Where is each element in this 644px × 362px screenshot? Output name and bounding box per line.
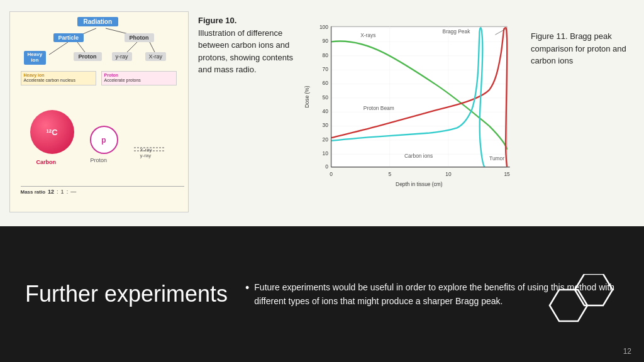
particle-label: Particle xyxy=(53,33,84,42)
figure10-caption: Figure 10. Illustration of difference be… xyxy=(195,11,296,76)
svg-text:10: 10 xyxy=(445,171,452,177)
carbon-bottom-label: Carbon xyxy=(36,159,57,165)
radiation-diagram: Radiation Particle Photon Heavyion Proto… xyxy=(14,16,184,198)
svg-text:80: 80 xyxy=(323,52,329,58)
proton-atom: p xyxy=(90,126,118,154)
svg-text:Bragg Peak: Bragg Peak xyxy=(443,28,471,35)
svg-text:90: 90 xyxy=(323,38,329,44)
figure11-caption: Figure 11. Bragg peak comparison for pro… xyxy=(531,11,631,67)
bragg-chart: 100 90 80 70 60 50 40 30 20 10 0 xyxy=(302,11,525,200)
bragg-chart-svg: 100 90 80 70 60 50 40 30 20 10 0 xyxy=(302,11,525,200)
proton-sub: Proton Accelerate protons xyxy=(101,71,177,85)
mass-ratio-bar: Mass ratio 12 : 1 : — xyxy=(21,186,184,195)
svg-text:Proton Beam: Proton Beam xyxy=(364,105,394,111)
svg-text:30: 30 xyxy=(323,122,329,128)
bullet-dot: • xyxy=(245,279,249,309)
svg-text:60: 60 xyxy=(323,80,329,86)
proton-small-label: Proton xyxy=(74,52,102,61)
hexagon-svg xyxy=(543,274,619,337)
carbon-atom: ¹²C xyxy=(30,110,74,154)
svg-text:20: 20 xyxy=(323,136,329,143)
figure10-box: Radiation Particle Photon Heavyion Proto… xyxy=(9,11,189,212)
proton-bottom-label: Proton xyxy=(91,157,108,163)
svg-text:0: 0 xyxy=(330,171,333,177)
svg-text:70: 70 xyxy=(323,66,329,72)
svg-text:Carbon ions: Carbon ions xyxy=(404,153,433,159)
hexagon-decoration xyxy=(543,274,619,337)
radiation-label: Radiation xyxy=(77,17,119,26)
heavy-ion-label: Heavyion xyxy=(24,51,47,65)
page-number: 12 xyxy=(623,347,631,356)
svg-text:Dose (%): Dose (%) xyxy=(304,85,310,107)
slide-top: Radiation Particle Photon Heavyion Proto… xyxy=(0,0,644,226)
bragg-chart-area: 100 90 80 70 60 50 40 30 20 10 0 xyxy=(302,11,631,212)
xray-label: X-ray xyxy=(145,52,167,61)
svg-text:0: 0 xyxy=(325,163,328,170)
yray-label: y-ray xyxy=(112,52,132,61)
svg-line-2 xyxy=(49,42,68,55)
photon-label: Photon xyxy=(125,33,154,42)
svg-text:10: 10 xyxy=(323,150,329,156)
svg-marker-48 xyxy=(575,274,613,305)
svg-text:15: 15 xyxy=(504,171,510,177)
slide-bottom: Further experiments • Future experiments… xyxy=(0,226,644,362)
svg-text:5: 5 xyxy=(388,171,391,177)
svg-text:X-rays: X-rays xyxy=(360,32,375,38)
svg-marker-47 xyxy=(550,290,587,321)
further-title: Further experiments xyxy=(25,281,245,307)
svg-text:40: 40 xyxy=(323,108,329,114)
svg-text:50: 50 xyxy=(323,94,329,101)
svg-text:Depth in tissue (cm): Depth in tissue (cm) xyxy=(396,181,443,187)
svg-text:Tumor: Tumor xyxy=(489,155,504,162)
svg-text:100: 100 xyxy=(319,24,328,30)
heavyion-sub: Heavy ion Accelerate carbon nucleus xyxy=(21,71,96,85)
xray-bottom-label: X-rayy-ray xyxy=(140,147,152,159)
